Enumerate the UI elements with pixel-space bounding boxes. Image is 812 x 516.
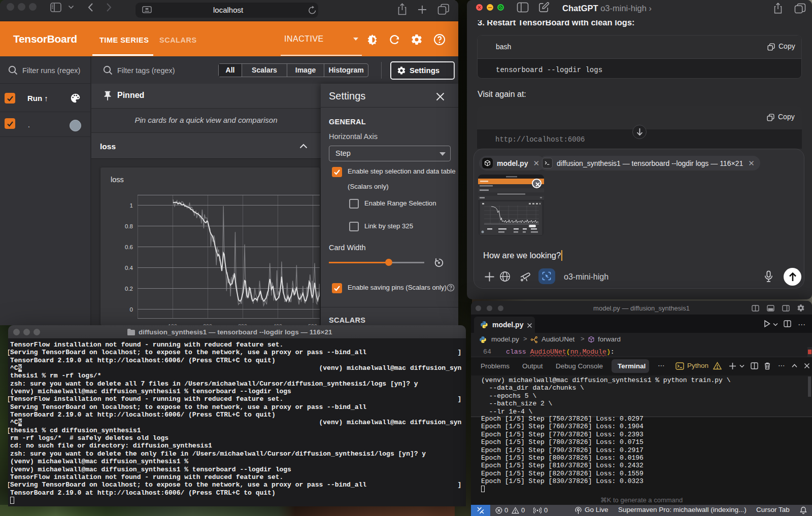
svg-text:0.6: 0.6 <box>125 244 133 250</box>
svg-text:0.4: 0.4 <box>125 265 133 271</box>
svg-text:1: 1 <box>130 202 133 209</box>
svg-text:0.8: 0.8 <box>125 223 133 229</box>
svg-text:0.2: 0.2 <box>125 286 133 292</box>
svg-text:0: 0 <box>130 306 133 313</box>
